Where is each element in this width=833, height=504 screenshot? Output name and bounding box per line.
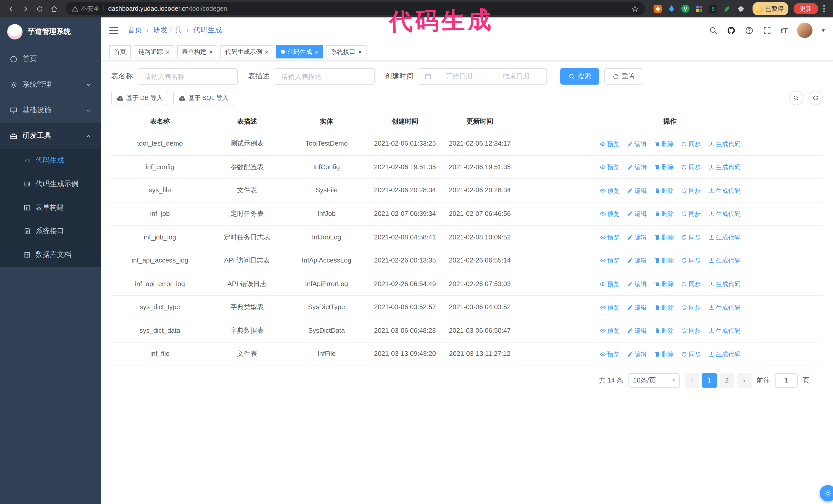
edit-link[interactable]: 编辑: [627, 185, 647, 196]
delete-link[interactable]: 删除: [654, 302, 674, 313]
forward-icon[interactable]: [19, 2, 32, 16]
delete-link[interactable]: 删除: [654, 325, 674, 336]
preview-link[interactable]: 预览: [599, 255, 619, 266]
preview-link[interactable]: 预览: [599, 232, 619, 243]
generate-code-link[interactable]: 生成代码: [708, 302, 740, 313]
sync-link[interactable]: 同步: [681, 349, 701, 360]
search-icon[interactable]: [709, 26, 718, 34]
delete-link[interactable]: 删除: [654, 279, 674, 290]
generate-code-link[interactable]: 生成代码: [708, 279, 740, 290]
sidebar-item-codegen-example[interactable]: 代码生成示例: [0, 172, 101, 196]
sidebar-item-home[interactable]: 首页: [0, 46, 101, 72]
import-sql-button[interactable]: 基于 SQL 导入: [173, 91, 234, 105]
sync-link[interactable]: 同步: [681, 209, 701, 220]
sidebar-item-infrastructure[interactable]: 基础设施: [0, 97, 101, 123]
sidebar-item-system-api[interactable]: 系统接口: [0, 219, 101, 243]
sync-link[interactable]: 同步: [681, 302, 701, 313]
page-button-2[interactable]: 2: [720, 373, 734, 387]
generate-code-link[interactable]: 生成代码: [708, 255, 740, 266]
preview-link[interactable]: 预览: [599, 185, 619, 196]
extension-icon[interactable]: [667, 4, 676, 13]
tab-form-builder[interactable]: 表单构建×: [177, 45, 217, 58]
preview-link[interactable]: 预览: [599, 325, 619, 336]
browser-update-button[interactable]: 更新: [793, 3, 818, 14]
user-avatar[interactable]: [797, 23, 812, 38]
edit-link[interactable]: 编辑: [627, 209, 647, 220]
close-icon[interactable]: ×: [264, 48, 268, 55]
search-button[interactable]: 搜索: [560, 68, 599, 85]
sync-link[interactable]: 同步: [681, 255, 701, 266]
sidebar-item-codegen[interactable]: 代码生成: [0, 149, 101, 172]
sync-link[interactable]: 同步: [681, 325, 701, 336]
sync-link[interactable]: 同步: [681, 162, 701, 173]
refresh-table-button[interactable]: [808, 91, 823, 105]
table-name-input[interactable]: [138, 68, 238, 85]
edit-link[interactable]: 编辑: [627, 302, 647, 313]
goto-page-input[interactable]: [775, 373, 798, 387]
edit-link[interactable]: 编辑: [627, 255, 647, 266]
browser-menu-icon[interactable]: [823, 5, 825, 12]
extension-icon[interactable]: [681, 4, 690, 13]
delete-link[interactable]: 删除: [654, 255, 674, 266]
close-icon[interactable]: ×: [315, 48, 318, 55]
edit-link[interactable]: 编辑: [627, 325, 647, 336]
breadcrumb-item-home[interactable]: 首页: [128, 26, 142, 35]
back-icon[interactable]: [4, 2, 18, 16]
toggle-search-button[interactable]: [789, 91, 803, 105]
extension-icon[interactable]: [709, 4, 718, 13]
user-menu-caret-icon[interactable]: ▾: [822, 27, 825, 34]
preview-link[interactable]: 预览: [599, 138, 619, 149]
sync-link[interactable]: 同步: [681, 138, 701, 149]
address-bar[interactable]: 不安全 dashboard.yudao.iocoder.cn/tool/code…: [66, 2, 645, 16]
edit-link[interactable]: 编辑: [627, 349, 647, 360]
tab-tracing[interactable]: 链路追踪×: [134, 45, 174, 58]
bookmark-star-icon[interactable]: [631, 5, 639, 13]
delete-link[interactable]: 删除: [654, 232, 674, 243]
edit-link[interactable]: 编辑: [627, 138, 647, 149]
sidebar-item-db-docs[interactable]: 数据库文档: [0, 243, 101, 267]
table-desc-input[interactable]: [275, 68, 375, 85]
generate-code-link[interactable]: 生成代码: [708, 349, 740, 360]
generate-code-link[interactable]: 生成代码: [708, 325, 740, 336]
sync-link[interactable]: 同步: [681, 185, 701, 196]
reset-button[interactable]: 重置: [604, 68, 643, 85]
extension-icon[interactable]: [722, 4, 732, 13]
close-icon[interactable]: ×: [209, 48, 213, 55]
fullscreen-icon[interactable]: [763, 26, 771, 34]
delete-link[interactable]: 删除: [654, 162, 674, 173]
home-icon[interactable]: [47, 2, 61, 16]
sidebar-item-dev-tools[interactable]: 研发工具: [0, 123, 101, 149]
tab-home[interactable]: 首页: [109, 45, 131, 58]
close-icon[interactable]: ×: [166, 48, 169, 55]
tab-codegen-example[interactable]: 代码生成示例×: [220, 45, 273, 58]
extension-icon[interactable]: [695, 4, 704, 13]
tab-system-api[interactable]: 系统接口×: [326, 45, 366, 58]
create-time-range-picker[interactable]: 开始日期 - 结束日期: [419, 68, 547, 85]
import-db-button[interactable]: 基于 DB 导入: [111, 91, 168, 105]
help-icon[interactable]: [745, 26, 754, 34]
generate-code-link[interactable]: 生成代码: [708, 138, 740, 149]
edit-link[interactable]: 编辑: [627, 232, 647, 243]
edit-link[interactable]: 编辑: [627, 279, 647, 290]
generate-code-link[interactable]: 生成代码: [708, 185, 740, 196]
menu-fold-icon[interactable]: [109, 27, 118, 34]
sync-link[interactable]: 同步: [681, 279, 701, 290]
page-size-select[interactable]: 10条/页 ▾: [628, 373, 680, 387]
tab-codegen[interactable]: 代码生成×: [276, 45, 323, 58]
logo[interactable]: 芋道管理系统: [0, 18, 101, 46]
preview-link[interactable]: 预览: [599, 349, 619, 360]
sidebar-item-form-builder[interactable]: 表单构建: [0, 196, 101, 219]
page-button-1[interactable]: 1: [702, 373, 717, 387]
generate-code-link[interactable]: 生成代码: [708, 232, 740, 243]
delete-link[interactable]: 删除: [654, 349, 674, 360]
puzzle-icon[interactable]: [736, 4, 745, 13]
delete-link[interactable]: 删除: [654, 185, 674, 196]
extension-icon[interactable]: [653, 4, 662, 13]
github-icon[interactable]: [727, 26, 736, 34]
close-icon[interactable]: ×: [358, 48, 362, 55]
sidebar-item-system[interactable]: 系统管理: [0, 72, 101, 97]
preview-link[interactable]: 预览: [599, 279, 619, 290]
generate-code-link[interactable]: 生成代码: [708, 162, 740, 173]
sync-link[interactable]: 同步: [681, 232, 701, 243]
generate-code-link[interactable]: 生成代码: [708, 209, 740, 220]
